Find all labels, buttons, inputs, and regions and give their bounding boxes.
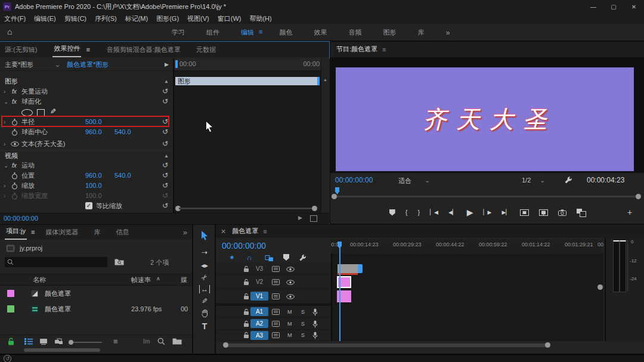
program-current-timecode[interactable]: 00:00:00:00 (335, 176, 373, 184)
track-a2-target[interactable]: A2 (250, 319, 268, 328)
mark-out-icon[interactable]: } (417, 209, 420, 216)
program-menu-icon[interactable]: ≡ (382, 46, 386, 53)
workspace-menu-icon[interactable]: ≡ (259, 28, 262, 37)
eye-icon[interactable] (286, 280, 295, 285)
stopwatch-icon[interactable] (11, 182, 18, 190)
timeline-playhead-line[interactable] (339, 247, 340, 341)
zoom-level-select[interactable]: 适合 (398, 177, 411, 185)
scale-label[interactable]: 缩放 (21, 181, 35, 191)
hand-tool[interactable] (193, 307, 216, 319)
source-patch-icon[interactable] (272, 321, 280, 327)
reset-icon[interactable]: ↺ (162, 201, 168, 211)
menu-help[interactable]: 帮助(H) (249, 14, 271, 23)
sort-icons[interactable]: ≡ (113, 337, 118, 346)
lock-icon[interactable] (243, 308, 249, 315)
selection-tool[interactable] (193, 230, 216, 242)
new-bin-icon[interactable] (172, 338, 182, 345)
nest-sequence-icon[interactable]: ✶ (229, 253, 235, 262)
add-marker-icon[interactable] (283, 254, 289, 261)
chevron-down-icon[interactable]: ⌄ (55, 58, 60, 70)
mic-icon[interactable] (312, 332, 318, 339)
add-marker-icon[interactable] (389, 209, 395, 216)
workspace-tab-editing[interactable]: 编辑 (241, 28, 254, 37)
reset-icon[interactable]: ↺ (162, 86, 168, 97)
menu-edit[interactable]: 编辑(E) (34, 14, 56, 23)
ec-zoom-handle-right[interactable] (312, 206, 317, 211)
tab-audio-clip-mixer[interactable]: 音频剪辑混合器:颜色遮罩 (107, 45, 181, 54)
reset-icon[interactable]: ↺ (162, 127, 168, 137)
step-forward-icon[interactable]: ▏▶ (484, 209, 492, 215)
menu-view[interactable]: 视图(V) (187, 14, 209, 23)
timeline-menu-icon[interactable]: ≡ (263, 228, 267, 235)
reset-icon[interactable]: ↺ (162, 181, 168, 191)
zoom-slider-track[interactable] (73, 342, 102, 343)
project-file-name[interactable]: jy.prproj (20, 245, 42, 252)
sphere-center-label[interactable]: 球面中心 (21, 127, 48, 137)
timeline-hscroll-handle-right[interactable] (545, 342, 550, 348)
solo-button[interactable]: S (301, 321, 305, 327)
spherize-label[interactable]: 球面化 (21, 97, 41, 107)
lock-icon[interactable] (243, 293, 249, 300)
chevron-right-icon[interactable]: › (4, 191, 5, 201)
text-layer-label[interactable]: 文本(齐天大圣) (21, 139, 65, 149)
step-back-icon[interactable]: ◀▏ (448, 209, 457, 215)
chevron-down-icon[interactable]: ⌄ (425, 177, 430, 184)
tab-media-browser[interactable]: 媒体浏览器 (45, 228, 78, 237)
timeline-hscrollbar[interactable] (224, 344, 550, 347)
menu-sequence[interactable]: 序列(S) (95, 14, 117, 23)
timeline-hscroll-handle-left[interactable] (223, 342, 228, 348)
go-to-in-icon[interactable]: ▏◀ (430, 209, 438, 215)
workspace-tab-audio[interactable]: 音频 (348, 28, 361, 37)
reset-icon[interactable]: ↺ (162, 171, 168, 181)
tab-info[interactable]: 信息 (116, 228, 129, 237)
mute-button[interactable]: M (287, 332, 292, 338)
play-icon[interactable]: ▶ (467, 208, 473, 217)
reset-icon[interactable]: ↺ (162, 191, 168, 201)
source-patch-icon[interactable] (272, 279, 280, 285)
menu-clip[interactable]: 剪辑(C) (64, 14, 86, 23)
lock-icon[interactable] (243, 320, 249, 327)
find-icon[interactable] (157, 338, 165, 345)
export-frame-icon[interactable] (558, 209, 566, 216)
ec-zoom-track[interactable] (179, 208, 315, 209)
ripple-edit-tool[interactable]: ◂▸ (193, 259, 216, 271)
uniform-scale-checkbox[interactable]: ✓ (85, 202, 92, 209)
reset-icon[interactable]: ↺ (162, 160, 168, 171)
playback-resolution-select[interactable]: 1/2 (522, 177, 531, 184)
scrubber-handle-left[interactable] (332, 194, 337, 199)
slip-tool[interactable]: ↔ (193, 283, 216, 295)
label-color-chip[interactable] (7, 290, 14, 297)
home-icon[interactable]: ⌂ (7, 27, 12, 36)
tab-source-monitor[interactable]: 源:(无剪辑) (5, 45, 37, 54)
mic-icon[interactable] (312, 308, 318, 316)
tab-effect-controls[interactable]: 效果控件 (52, 42, 81, 57)
tab-program-monitor[interactable]: 节目:颜色遮罩 (335, 42, 379, 57)
menu-file[interactable]: 文件(F) (4, 14, 26, 23)
tab-project[interactable]: 项目:jy (5, 224, 27, 240)
label-color-chip[interactable] (7, 305, 14, 313)
collapse-section-icon[interactable]: ▲ (164, 76, 169, 86)
reset-icon[interactable]: ↺ (162, 97, 168, 107)
mute-button[interactable]: M (287, 321, 292, 327)
program-playhead[interactable] (335, 187, 339, 194)
item-name[interactable]: 颜色遮罩 (45, 289, 71, 298)
arrow-right-icon[interactable]: ▶ (165, 58, 169, 70)
scale-value[interactable]: 100.0 (85, 181, 102, 191)
extract-icon[interactable] (539, 209, 548, 216)
project-menu-icon[interactable]: ≡ (30, 226, 36, 239)
column-name[interactable]: 名称 (33, 276, 46, 284)
solo-button[interactable]: S (301, 332, 305, 338)
motion-label[interactable]: 运动 (21, 160, 35, 171)
menu-graphics[interactable]: 图形(G) (156, 14, 179, 23)
pen-tool[interactable]: ✎ (193, 295, 216, 307)
workspace-tab-effects[interactable]: 效果 (314, 28, 327, 37)
list-view-icon[interactable] (24, 338, 33, 345)
mute-button[interactable]: M (287, 309, 292, 315)
track-v2-target[interactable]: V2 (250, 277, 268, 286)
workspace-tab-learning[interactable]: 学习 (172, 28, 185, 37)
source-patch-icon[interactable] (272, 266, 280, 272)
icon-view-icon[interactable] (39, 338, 48, 345)
track-a1-target[interactable]: A1 (250, 307, 268, 316)
chevron-down-icon[interactable]: ⌄ (4, 160, 8, 171)
stopwatch-icon[interactable] (11, 172, 18, 180)
